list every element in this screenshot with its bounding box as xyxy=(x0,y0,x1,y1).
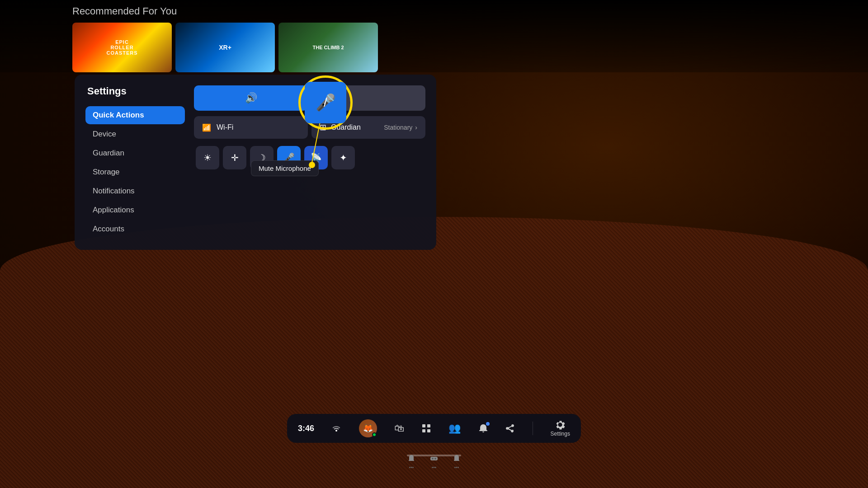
settings-sidebar: Settings Quick Actions Device Guardian S… xyxy=(85,85,185,239)
sidebar-item-storage[interactable]: Storage xyxy=(85,163,185,181)
tooltip-text: Mute Microphone xyxy=(259,164,311,172)
game-thumb-xr[interactable]: XR+ xyxy=(175,23,275,72)
tooltip-container: Mute Microphone xyxy=(251,160,319,176)
mic-muted-icon: 🎤 / xyxy=(316,93,336,112)
sidebar-item-accounts[interactable]: Accounts xyxy=(85,220,185,238)
taskbar: 3:46 🦊 🛍 👥 xyxy=(287,414,581,443)
taskbar-divider xyxy=(533,422,533,435)
wifi-button[interactable]: 📶 Wi-Fi xyxy=(194,116,308,139)
settings-group[interactable]: Settings xyxy=(551,420,570,437)
wifi-label: Wi-Fi xyxy=(217,123,233,131)
top-banner: Recommended For You EPICROLLERCOASTERS X… xyxy=(0,0,868,72)
sidebar-item-applications[interactable]: Applications xyxy=(85,201,185,219)
settings-title: Settings xyxy=(85,85,185,97)
share-icon[interactable] xyxy=(505,423,515,433)
game-thumb-epic[interactable]: EPICROLLERCOASTERS xyxy=(72,23,172,72)
game-thumb-climb[interactable]: THE CLIMB 2 xyxy=(278,23,378,72)
apps-grid-icon[interactable] xyxy=(421,423,431,433)
store-icon[interactable]: 🛍 xyxy=(394,422,404,434)
volume-icon: 🔊 xyxy=(245,92,257,104)
recommended-label: Recommended For You xyxy=(72,5,177,17)
guardian-grid-icon: ⊞ xyxy=(320,122,326,132)
guardian-status: Stationary › xyxy=(384,124,417,131)
guardian-status-text: Stationary xyxy=(384,124,412,131)
people-icon[interactable]: 👥 xyxy=(448,422,461,434)
chevron-right-icon: › xyxy=(415,124,417,131)
taskbar-sub-icons: ••• ••• ••• xyxy=(407,454,461,470)
svg-rect-6 xyxy=(430,457,438,460)
user-avatar[interactable]: 🦊 xyxy=(359,419,377,437)
brightness-button[interactable]: ☀ xyxy=(196,146,219,169)
svg-point-7 xyxy=(432,458,434,460)
notifications-icon[interactable] xyxy=(478,423,488,433)
sidebar-item-guardian[interactable]: Guardian xyxy=(85,144,185,162)
vr-headset-icon: ••• xyxy=(429,454,439,470)
svg-rect-3 xyxy=(427,424,430,427)
taskbar-time: 3:46 xyxy=(298,424,314,433)
more-button[interactable]: ✦ xyxy=(331,146,355,169)
online-indicator xyxy=(372,432,377,437)
settings-gear-icon[interactable] xyxy=(555,420,565,430)
sidebar-item-quick-actions[interactable]: Quick Actions xyxy=(85,106,185,124)
svg-point-8 xyxy=(434,458,436,460)
taskbar-wifi-icon xyxy=(331,423,341,434)
settings-label: Settings xyxy=(551,431,570,437)
mute-microphone-large-button[interactable]: 🎤 / xyxy=(305,82,346,123)
svg-rect-4 xyxy=(422,429,425,432)
sidebar-item-notifications[interactable]: Notifications xyxy=(85,182,185,200)
sidebar-item-device[interactable]: Device xyxy=(85,125,185,143)
guardian-label: Guardian xyxy=(331,123,361,131)
wifi-icon: 📶 xyxy=(202,123,211,132)
mute-microphone-tooltip: Mute Microphone xyxy=(251,160,319,176)
svg-rect-5 xyxy=(427,429,430,432)
svg-rect-2 xyxy=(422,424,425,427)
hand-right-icon: ••• xyxy=(452,454,461,470)
hand-left-icon: ••• xyxy=(407,454,416,470)
move-button[interactable]: ✛ xyxy=(223,146,246,169)
carpet-texture xyxy=(0,217,868,488)
volume-button[interactable]: 🔊 xyxy=(194,85,308,111)
